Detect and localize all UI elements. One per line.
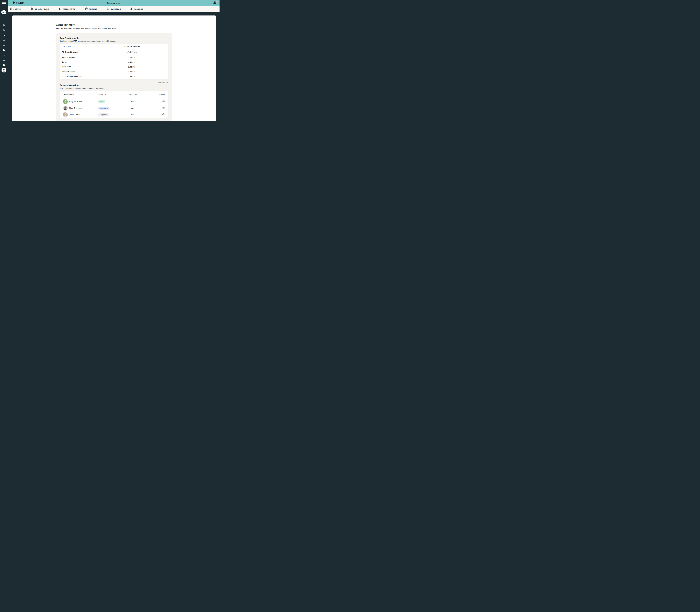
summary-label: All Cost Groups bbox=[62, 51, 97, 53]
status-badge: Active bbox=[98, 100, 105, 103]
book-icon[interactable] bbox=[2, 59, 5, 61]
person-search-icon bbox=[58, 7, 62, 11]
fte-value: 3.43 bbox=[128, 61, 132, 63]
col-header-cost-groups: Cost Groups bbox=[62, 45, 97, 47]
page-context-title: Transparency bbox=[8, 2, 219, 4]
resident-overview-title: Resident Overview bbox=[59, 84, 169, 87]
chat-icon[interactable] bbox=[2, 18, 5, 21]
people-icon[interactable] bbox=[2, 28, 5, 31]
tab-warnings[interactable]: WARNINGS bbox=[130, 7, 143, 11]
total-care-unit: FTE bbox=[135, 108, 138, 109]
sidebar-icon-stack bbox=[2, 18, 5, 67]
cost-group-row: Deputy Manager 1.96FTE bbox=[62, 69, 166, 74]
sidebar: NCS bbox=[0, 0, 8, 121]
folder-icon bbox=[106, 7, 110, 11]
cost-group-label: Night-Staff bbox=[62, 66, 97, 68]
cost-group-label: Deputy Manager bbox=[62, 71, 97, 73]
resident-row: Evelyn Carter Suspended 0.93FTE bbox=[63, 111, 165, 118]
cost-group-label: Occupational Therapist bbox=[62, 75, 97, 78]
tab-assessments[interactable]: ASSESSMENTS bbox=[58, 7, 75, 11]
resident-row: Clara Thompson Onboarding 0.79FTE bbox=[63, 105, 165, 111]
resident-name[interactable]: Margaret Wilson bbox=[69, 100, 82, 102]
cost-group-label: Nurse bbox=[62, 61, 97, 63]
total-care-unit: FTE bbox=[135, 101, 138, 102]
tab-label: ASSESSMENTS bbox=[63, 8, 75, 10]
view-less-label: View less bbox=[158, 81, 165, 83]
fte-value: 2.75 bbox=[128, 56, 132, 58]
col-total-care[interactable]: Total Care bbox=[129, 94, 137, 96]
bell-icon bbox=[130, 7, 133, 11]
resident-avatar bbox=[63, 99, 68, 104]
col-status[interactable]: Status bbox=[98, 94, 103, 96]
main-panel: Establishment View care allocations and … bbox=[12, 15, 216, 121]
record-tab-bar: PROFILE CIRCLE OF CARE ASSESSMENTS TIMEL… bbox=[8, 6, 219, 12]
total-fte-unit: FTE bbox=[134, 52, 137, 53]
total-care-value: 0.79 bbox=[131, 107, 134, 109]
calendar-icon[interactable] bbox=[2, 43, 5, 46]
resident-avatar bbox=[63, 112, 68, 117]
col-actions: Actions bbox=[159, 94, 165, 96]
user-avatar-icon[interactable] bbox=[2, 68, 6, 72]
view-resident-eye-icon[interactable] bbox=[162, 113, 165, 116]
bookmark-icon[interactable] bbox=[2, 48, 5, 51]
chevron-down-icon bbox=[105, 94, 106, 95]
top-header: nourish ® Transparency 00 bbox=[8, 0, 219, 6]
resident-avatar bbox=[63, 106, 68, 111]
view-less-button[interactable]: View less bbox=[59, 81, 169, 84]
tab-label: PROFILE bbox=[13, 8, 21, 10]
sort-icon[interactable] bbox=[138, 94, 139, 95]
circle-of-care-icon bbox=[30, 7, 33, 11]
all-cost-groups-row: All Cost Groups 7.13FTE bbox=[62, 49, 166, 55]
bar-chart-icon[interactable] bbox=[2, 39, 5, 41]
brand-name: nourish bbox=[16, 2, 24, 4]
list-icon[interactable] bbox=[2, 33, 5, 36]
resident-name[interactable]: Evelyn Carter bbox=[69, 114, 80, 116]
col-header-total-care-required: Total Care Required bbox=[97, 45, 166, 47]
cost-table-header-row: Cost Groups Total Care Required bbox=[62, 44, 166, 49]
settings-gear-icon[interactable] bbox=[2, 64, 5, 67]
hamburger-menu-icon[interactable] bbox=[2, 2, 6, 5]
view-resident-eye-icon[interactable] bbox=[162, 107, 165, 109]
registered-mark: ® bbox=[25, 1, 25, 2]
fte-unit: FTE bbox=[132, 57, 135, 58]
brand-logo: nourish ® bbox=[12, 1, 25, 5]
cost-group-row: Night-Staff 1.96FTE bbox=[62, 65, 166, 69]
info-icon[interactable] bbox=[2, 54, 5, 56]
status-badge: Suspended bbox=[98, 113, 109, 116]
tab-care-plan[interactable]: CARE PLAN bbox=[106, 7, 121, 11]
resident-name[interactable]: Clara Thompson bbox=[69, 107, 82, 109]
resident-table-header: Residents (52) Status Total Care Actions bbox=[63, 91, 165, 98]
tab-timeline[interactable]: TIMELINE bbox=[85, 7, 97, 11]
sort-icon[interactable] bbox=[77, 94, 78, 95]
fte-unit: FTE bbox=[132, 76, 135, 78]
resident-row: Margaret Wilson Active 0.91FTE bbox=[63, 98, 165, 105]
tab-circle-of-care[interactable]: CIRCLE OF CARE bbox=[30, 7, 49, 11]
tab-label: WARNINGS bbox=[134, 8, 143, 10]
chevron-up-icon bbox=[166, 82, 168, 83]
fte-value: 1.96 bbox=[128, 66, 132, 68]
fte-unit: FTE bbox=[132, 71, 135, 73]
status-badge: Onboarding bbox=[98, 107, 109, 110]
notifications-bell-icon[interactable]: 00 bbox=[213, 1, 217, 5]
total-fte-value: 7.13 bbox=[127, 50, 133, 54]
fte-value: 1.96 bbox=[128, 75, 132, 78]
nourish-flower-icon bbox=[12, 1, 15, 5]
total-care-value: 0.93 bbox=[131, 114, 134, 116]
page-subtitle: View care allocations and associated sta… bbox=[56, 27, 172, 30]
workspace-badge[interactable]: NCS bbox=[1, 10, 6, 14]
notification-count-badge: 00 bbox=[215, 1, 217, 2]
clock-icon bbox=[85, 7, 88, 11]
cost-group-label: Support Worker bbox=[62, 56, 97, 58]
view-resident-eye-icon[interactable] bbox=[162, 100, 165, 103]
care-requirements-subtitle: Breakdown of total FTE across cost group… bbox=[59, 40, 169, 42]
care-requirements-title: Care Requirements bbox=[59, 37, 169, 40]
id-card-icon bbox=[10, 8, 12, 11]
person-icon[interactable] bbox=[2, 23, 5, 26]
tab-profile[interactable]: PROFILE bbox=[10, 8, 21, 11]
col-residents[interactable]: Residents (52) bbox=[63, 94, 74, 95]
cost-group-row: Nurse 3.43FTE bbox=[62, 60, 166, 65]
fte-unit: FTE bbox=[132, 66, 135, 68]
establishment-card: Care Requirements Breakdown of total FTE… bbox=[56, 33, 172, 121]
tab-label: CIRCLE OF CARE bbox=[35, 8, 49, 10]
fte-value: 1.96 bbox=[128, 71, 132, 73]
